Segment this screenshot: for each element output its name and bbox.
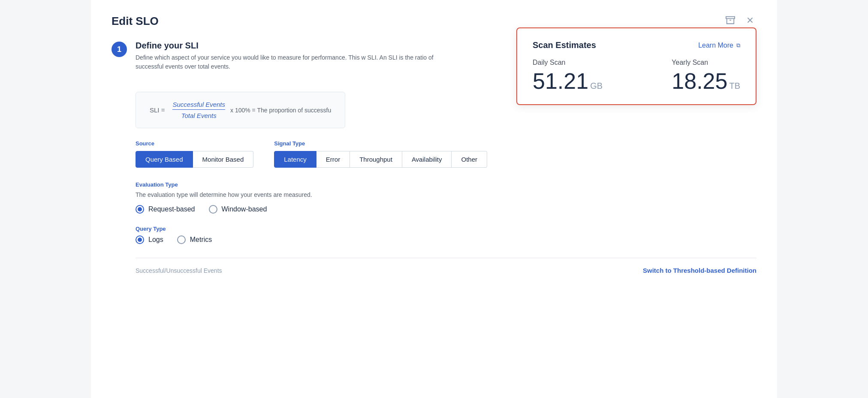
daily-scan-value: 51.21GB — [533, 70, 603, 92]
step1-circle: 1 — [112, 42, 127, 57]
successful-events-label: Successful/Unsuccessful Events — [136, 267, 222, 274]
switch-to-threshold-link[interactable]: Switch to Threshold-based Definition — [643, 267, 756, 274]
signal-availability-button[interactable]: Availability — [402, 151, 452, 168]
modal-header: Edit SLO — [112, 14, 756, 29]
scan-estimates-header: Scan Estimates Learn More ⧉ — [533, 40, 740, 50]
logs-label: Logs — [148, 236, 163, 244]
query-type-radio-group: Logs Metrics — [136, 235, 756, 244]
bottom-section: Successful/Unsuccessful Events Switch to… — [136, 258, 756, 274]
evaluation-type-section: Evaluation Type The evaluation type will… — [136, 181, 756, 214]
archive-button[interactable] — [724, 14, 737, 29]
scan-estimates-title: Scan Estimates — [533, 40, 596, 50]
formula-prefix: SLI = — [150, 106, 165, 114]
yearly-scan-label: Yearly Scan — [672, 59, 740, 66]
signal-throughput-button[interactable]: Throughput — [350, 151, 402, 168]
signal-latency-button[interactable]: Latency — [274, 151, 316, 168]
learn-more-link[interactable]: Learn More ⧉ — [698, 42, 740, 49]
formula-suffix: x 100% = The proportion of successfu — [230, 107, 331, 114]
modal-header-icons — [724, 14, 756, 29]
request-based-radio[interactable]: Request-based — [136, 205, 195, 214]
formula-row: SLI = Successful Events Total Events x 1… — [150, 101, 331, 119]
daily-scan-label: Daily Scan — [533, 59, 603, 66]
scan-estimates-popup: Scan Estimates Learn More ⧉ Daily Scan 5… — [516, 27, 756, 105]
modal-title: Edit SLO — [112, 15, 159, 28]
logs-radio-inner — [138, 238, 142, 242]
yearly-scan-unit: TB — [729, 81, 740, 90]
window-based-label: Window-based — [222, 205, 267, 213]
signal-btn-group: Latency Error Throughput Availability Ot… — [274, 151, 487, 168]
scan-grid: Daily Scan 51.21GB Yearly Scan 18.25TB — [533, 59, 740, 92]
yearly-scan-item: Yearly Scan 18.25TB — [672, 59, 740, 92]
source-field-group: Source Query Based Monitor Based — [136, 140, 253, 168]
metrics-radio[interactable]: Metrics — [177, 235, 212, 244]
metrics-label: Metrics — [190, 236, 212, 244]
source-monitor-based-button[interactable]: Monitor Based — [193, 151, 254, 168]
source-signal-row: Source Query Based Monitor Based Signal … — [136, 140, 756, 168]
modal-container: Edit SLO Scan Estimates Learn More — [91, 0, 777, 398]
logs-radio-outer — [136, 235, 144, 244]
signal-other-button[interactable]: Other — [452, 151, 487, 168]
step1-description: Define which aspect of your service you … — [136, 53, 436, 71]
request-based-radio-inner — [138, 207, 142, 211]
request-based-radio-outer — [136, 205, 144, 214]
source-label: Source — [136, 140, 253, 147]
close-button[interactable] — [744, 14, 756, 29]
formula-fraction: Successful Events Total Events — [172, 101, 225, 119]
daily-scan-unit: GB — [590, 81, 603, 90]
source-query-based-button[interactable]: Query Based — [136, 151, 193, 168]
source-btn-group: Query Based Monitor Based — [136, 151, 253, 168]
signal-type-field-group: Signal Type Latency Error Throughput Ava… — [274, 140, 487, 168]
evaluation-type-radio-group: Request-based Window-based — [136, 205, 756, 214]
evaluation-type-label: Evaluation Type — [136, 181, 756, 188]
formula-denominator: Total Events — [181, 111, 217, 119]
metrics-radio-outer — [177, 235, 186, 244]
signal-type-label: Signal Type — [274, 140, 487, 147]
external-link-icon: ⧉ — [736, 42, 740, 49]
window-based-radio[interactable]: Window-based — [209, 205, 267, 214]
sli-formula: SLI = Successful Events Total Events x 1… — [136, 92, 345, 128]
window-based-radio-outer — [209, 205, 217, 214]
evaluation-type-description: The evaluation type will determine how y… — [136, 191, 756, 198]
daily-scan-item: Daily Scan 51.21GB — [533, 59, 603, 92]
yearly-scan-value: 18.25TB — [672, 70, 740, 92]
query-type-label: Query Type — [136, 226, 756, 232]
signal-error-button[interactable]: Error — [316, 151, 350, 168]
formula-numerator: Successful Events — [172, 101, 225, 110]
query-type-section: Query Type Logs Metrics — [136, 226, 756, 244]
svg-rect-0 — [726, 17, 735, 19]
logs-radio[interactable]: Logs — [136, 235, 163, 244]
request-based-label: Request-based — [148, 205, 195, 213]
